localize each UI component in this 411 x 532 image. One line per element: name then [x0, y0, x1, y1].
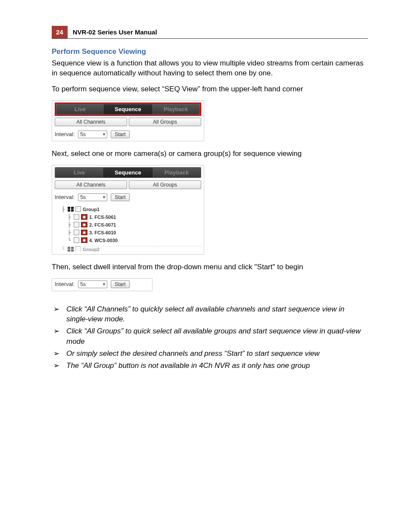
checkbox[interactable] — [75, 246, 81, 252]
tab-playback[interactable]: Playback — [152, 104, 199, 114]
figure-camera-tree: Live Sequence Playback All Channels All … — [52, 165, 204, 255]
interval-label: Interval: — [55, 194, 75, 200]
page-header: 24 NVR-02 Series User Manual — [52, 26, 368, 39]
tree-item-label: 4. WCS-0030 — [89, 237, 118, 244]
section-title: Perform Sequence Viewing — [52, 47, 368, 56]
all-channels-button[interactable]: All Channels — [55, 180, 127, 189]
document-title: NVR-02 Series User Manual — [68, 26, 157, 38]
tab-playback[interactable]: Playback — [153, 168, 201, 177]
tree-item[interactable]: ├ ◉ 1. FCS-5061 — [68, 213, 201, 221]
interval-label: Interval: — [55, 281, 75, 287]
all-groups-button[interactable]: All Groups — [129, 118, 201, 126]
chevron-down-icon: ▾ — [103, 132, 105, 137]
checkbox[interactable] — [74, 222, 79, 227]
camera-icon: ◉ — [81, 222, 87, 227]
start-button[interactable]: Start — [111, 193, 129, 201]
step1-text: To perform sequence view, select “SEQ Vi… — [52, 84, 368, 94]
figure-interval-only: Interval: 5s ▾ Start — [52, 278, 153, 291]
bullet-arrow-icon: ➢ — [53, 326, 66, 347]
chevron-down-icon: ▾ — [103, 282, 105, 286]
checkbox[interactable] — [74, 230, 79, 235]
all-channels-button[interactable]: All Channels — [55, 118, 127, 126]
tree-group[interactable]: ├ Group1 — [62, 205, 201, 213]
tab-live[interactable]: Live — [55, 168, 104, 177]
start-button[interactable]: Start — [111, 280, 129, 288]
camera-icon: ◉ — [81, 214, 87, 220]
tab-sequence[interactable]: Sequence — [104, 168, 153, 177]
notes-list: ➢Click “All Channels” to quickly select … — [52, 304, 368, 371]
tree-group-label: Group1 — [83, 206, 100, 213]
bullet-arrow-icon: ➢ — [53, 361, 66, 371]
tree-group-partial: └ Group2 — [62, 246, 201, 252]
sequence-tab-highlight: Live Sequence Playback — [55, 103, 201, 116]
tree-item-label: 1. FCS-5061 — [89, 214, 116, 221]
camera-icon: ◉ — [81, 237, 87, 243]
tab-live[interactable]: Live — [56, 104, 104, 114]
interval-select[interactable]: 5s ▾ — [78, 193, 107, 201]
all-groups-button[interactable]: All Groups — [129, 180, 201, 189]
note-item: ➢The “All Group” button is not available… — [53, 361, 368, 371]
bullet-arrow-icon: ➢ — [53, 304, 66, 325]
page-number: 24 — [52, 26, 68, 38]
interval-label: Interval: — [55, 131, 75, 137]
tree-item[interactable]: ├ ◉ 2. FCS-0071 — [68, 221, 201, 229]
camera-icon: ◉ — [81, 230, 87, 235]
interval-select[interactable]: 5s ▾ — [78, 131, 107, 138]
note-item: ➢Or simply select the desired channels a… — [53, 348, 368, 359]
bullet-arrow-icon: ➢ — [53, 348, 66, 359]
figure-seq-view-tabs: Live Sequence Playback All Channels All … — [52, 100, 204, 141]
checkbox[interactable] — [75, 206, 81, 212]
interval-value: 5s — [80, 131, 86, 137]
interval-value: 5s — [80, 194, 86, 200]
grid-icon — [68, 207, 74, 212]
note-item: ➢Click “All Channels” to quickly select … — [53, 304, 368, 325]
note-item: ➢Click “All Groups” to quick select all … — [53, 326, 368, 347]
intro-paragraph: Sequence view is a function that allows … — [52, 59, 368, 78]
tab-row: Live Sequence Playback — [56, 104, 200, 115]
tab-sequence[interactable]: Sequence — [104, 104, 152, 114]
interval-value: 5s — [80, 281, 86, 287]
start-button[interactable]: Start — [111, 131, 129, 138]
tree-item-label: 3. FCS-6010 — [89, 229, 116, 236]
tree-item-label: 2. FCS-0071 — [89, 221, 116, 229]
step3-text: Then, select dwell interval from the dro… — [52, 262, 368, 272]
checkbox[interactable] — [74, 214, 79, 220]
chevron-down-icon: ▾ — [103, 195, 105, 199]
tab-row: Live Sequence Playback — [55, 167, 201, 178]
checkbox[interactable] — [74, 237, 79, 243]
tree-item[interactable]: └ ◉ 4. WCS-0030 — [68, 236, 201, 244]
step2-text: Next, select one or more camera(s) or ca… — [52, 149, 368, 159]
interval-select[interactable]: 5s ▾ — [78, 280, 107, 288]
grid-icon — [68, 247, 74, 252]
camera-tree: ├ Group1 ├ ◉ 1. FCS-5061 ├ ◉ 2. FCS-0071… — [55, 205, 201, 252]
tree-item[interactable]: ├ ◉ 3. FCS-6010 — [68, 229, 201, 236]
